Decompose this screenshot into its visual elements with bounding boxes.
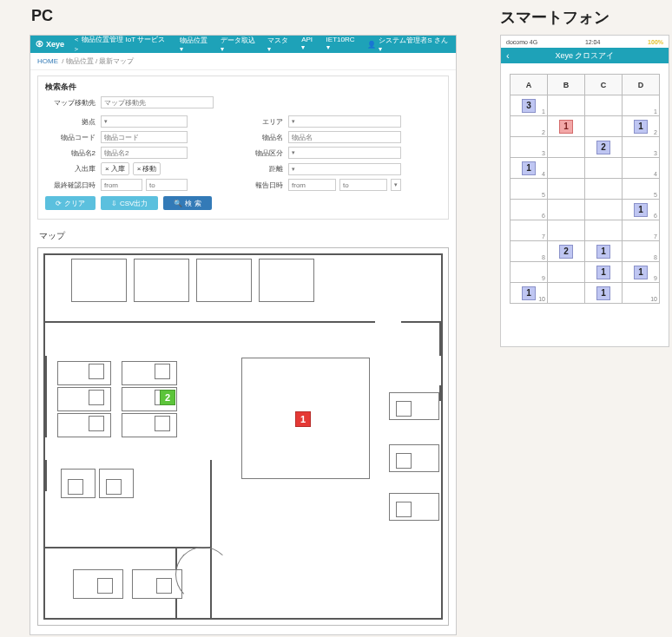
- select-item-class[interactable]: [288, 147, 401, 159]
- input-report-from[interactable]: [288, 179, 336, 191]
- phone-cell[interactable]: 3: [511, 137, 548, 158]
- phone-cell[interactable]: 5: [623, 179, 660, 200]
- phone-badge: 1: [634, 120, 648, 134]
- input-item-name[interactable]: [288, 131, 401, 143]
- phone-cell[interactable]: 7: [623, 220, 660, 241]
- csv-button[interactable]: ⇩CSV出力: [101, 196, 158, 210]
- phone-cell[interactable]: [548, 262, 585, 283]
- phone-row-number: 4: [542, 171, 545, 177]
- breadcrumb-home[interactable]: HOME: [37, 57, 58, 65]
- phone-cell[interactable]: 12: [623, 116, 660, 137]
- input-report-to[interactable]: [339, 179, 387, 191]
- select-area[interactable]: [288, 115, 401, 128]
- brand-tagline: ＜ 物品位置管理 IoT サービス ＞: [73, 35, 171, 54]
- label-inout: 入出庫: [45, 164, 96, 174]
- navbar: ⦿ Xeye ＜ 物品位置管理 IoT サービス ＞ 物品位置 ▾ データ取込 …: [30, 36, 456, 53]
- phone-cell[interactable]: 31: [511, 95, 548, 116]
- phone-time: 12:04: [585, 39, 601, 45]
- nav-item-3[interactable]: API ▾: [301, 36, 317, 53]
- clear-button[interactable]: ⟳クリア: [45, 196, 96, 210]
- phone-row-number: 6: [542, 213, 545, 219]
- phone-cell[interactable]: 19: [623, 262, 660, 283]
- phone-cell[interactable]: 110: [511, 283, 548, 304]
- input-item-code[interactable]: [101, 131, 188, 143]
- label-item-name: 物品名: [233, 133, 283, 142]
- nav-user[interactable]: 👤 システム管理者S さん ▾: [367, 36, 451, 53]
- label-item-name2: 物品名2: [45, 148, 96, 158]
- phone-row-number: 10: [650, 296, 657, 302]
- phone-row-number: 2: [654, 129, 657, 135]
- phone-cell[interactable]: 1: [585, 241, 623, 262]
- phone-cell[interactable]: [548, 137, 585, 158]
- search-panel: 検索条件 マップ移動先 拠点 エリア 物品コード 物品名 物品名2 物品区分: [37, 76, 449, 220]
- label-distance: 距離: [233, 164, 283, 174]
- phone-cell[interactable]: [585, 220, 623, 241]
- map-badge-green[interactable]: 2: [160, 390, 175, 405]
- phone-cell[interactable]: 9: [511, 262, 548, 283]
- select-base[interactable]: [101, 115, 188, 128]
- phone-cell[interactable]: 1: [585, 283, 623, 304]
- phone-cell[interactable]: [585, 95, 623, 116]
- phone-badge: 3: [522, 99, 536, 113]
- phone-cell[interactable]: 1: [623, 95, 660, 116]
- phone-cell[interactable]: 5: [511, 179, 548, 200]
- phone-cell[interactable]: [548, 95, 585, 116]
- pc-window: ⦿ Xeye ＜ 物品位置管理 IoT サービス ＞ 物品位置 ▾ データ取込 …: [30, 35, 457, 635]
- phone-body: ABCD 3112112323144556167782189119110110: [501, 63, 669, 314]
- nav-item-4[interactable]: IET10RC ▾: [326, 36, 359, 53]
- phone-cell[interactable]: [585, 116, 623, 137]
- search-button[interactable]: 🔍検 索: [163, 196, 211, 210]
- input-map-dest[interactable]: [101, 96, 214, 108]
- phone-title-bar: ‹ Xeye クロスアイ: [501, 48, 669, 63]
- chk-in[interactable]: × 入庫: [101, 162, 129, 175]
- nav-item-2[interactable]: マスタ ▾: [267, 36, 293, 53]
- phone-cell[interactable]: [548, 200, 585, 220]
- phone-cell[interactable]: 2: [548, 241, 585, 262]
- phone-cell[interactable]: 8: [623, 241, 660, 262]
- nav-item-0[interactable]: 物品位置 ▾: [180, 36, 212, 53]
- phone-row-number: 9: [542, 275, 545, 281]
- phone-cell[interactable]: [585, 200, 623, 220]
- phone-cell[interactable]: [585, 158, 623, 179]
- input-lastcheck-to[interactable]: [146, 179, 188, 191]
- phone-cell[interactable]: 16: [623, 200, 660, 220]
- phone-cell[interactable]: 7: [511, 220, 548, 241]
- phone-cell[interactable]: [548, 283, 585, 304]
- phone-row-number: 2: [542, 129, 545, 135]
- phone-cell[interactable]: 4: [623, 158, 660, 179]
- phone-row-number: 1: [542, 108, 545, 115]
- phone-badge: 1: [634, 266, 648, 279]
- phone-grid[interactable]: ABCD 3112112323144556167782189119110110: [510, 74, 660, 304]
- back-icon[interactable]: ‹: [506, 50, 510, 61]
- phone-cell[interactable]: 6: [511, 200, 548, 220]
- select-distance[interactable]: [288, 163, 401, 175]
- label-last-check: 最終確認日時: [45, 181, 96, 190]
- chk-move[interactable]: × 移動: [133, 162, 161, 175]
- input-lastcheck-from[interactable]: [101, 179, 142, 191]
- phone-cell[interactable]: 1: [585, 262, 623, 283]
- phone-cell[interactable]: [548, 179, 585, 200]
- phone-cell[interactable]: 14: [511, 158, 548, 179]
- locker: [196, 259, 252, 302]
- phone-cell[interactable]: [548, 158, 585, 179]
- phone-cell[interactable]: [585, 179, 623, 200]
- phone-cell[interactable]: 3: [623, 137, 660, 158]
- download-icon: ⇩: [111, 200, 117, 207]
- floor-plan[interactable]: F1001 F1002 F1003 F1004 B1001 B1002: [43, 253, 443, 620]
- brand-logo[interactable]: ⦿ Xeye: [36, 40, 64, 49]
- input-item-name2[interactable]: [101, 147, 188, 159]
- phone-cell[interactable]: 8: [511, 241, 548, 262]
- map-badge-red[interactable]: 1: [295, 411, 311, 427]
- phone-cell[interactable]: 2: [585, 137, 623, 158]
- nav-item-1[interactable]: データ取込 ▾: [221, 36, 260, 53]
- phone-row-number: 6: [654, 213, 657, 219]
- phone-cell[interactable]: 2: [511, 116, 548, 137]
- select-report-extra[interactable]: [391, 179, 401, 191]
- phone-cell[interactable]: 10: [623, 283, 660, 304]
- phone-cell[interactable]: 1: [548, 116, 585, 137]
- label-report: 報告日時: [233, 181, 283, 190]
- user-name: システム管理者S さん ▾: [379, 36, 451, 53]
- shelf: [396, 502, 412, 517]
- phone-cell[interactable]: [548, 220, 585, 241]
- phone-row-number: 8: [654, 254, 657, 260]
